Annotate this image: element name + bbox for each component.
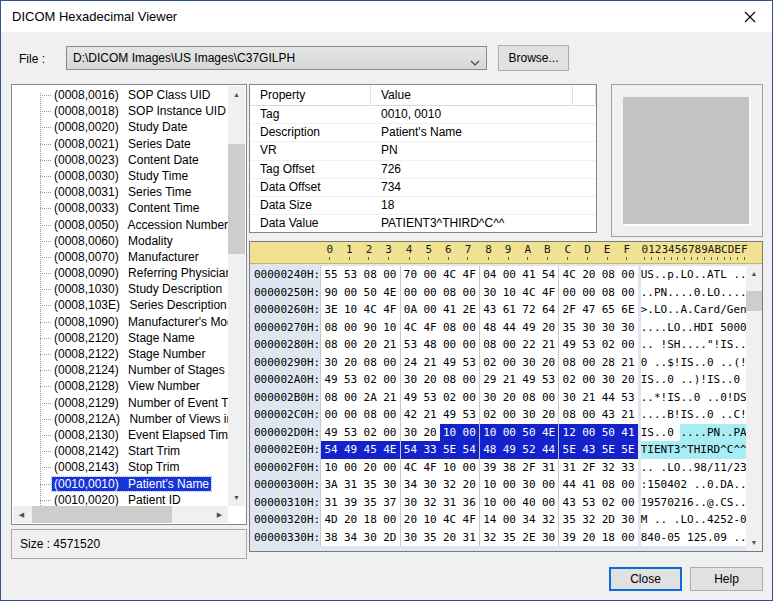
tree-item[interactable]: (0008,2124) Number of Stages xyxy=(12,362,228,378)
tree-item[interactable]: (0008,0020) Study Date xyxy=(12,119,228,135)
tree-item[interactable]: (0010,0020) Patient ID xyxy=(12,492,228,506)
hex-byte: 08 xyxy=(360,406,380,424)
close-button[interactable]: Close xyxy=(609,567,682,591)
hex-row[interactable]: 00000310H:313935373032313610004000435302… xyxy=(250,494,746,512)
ascii-char: ! xyxy=(661,336,668,354)
tree-item[interactable]: (0008,212A) Number of Views in S xyxy=(12,411,228,427)
hex-row[interactable]: 000002E0H:5449454E54335E54484952445E435E… xyxy=(250,441,746,459)
tree-item[interactable]: (0008,2142) Start Trim xyxy=(12,443,228,459)
tree-item[interactable]: (0010,0010) Patient's Name xyxy=(12,476,228,492)
ascii-char: 0 xyxy=(694,389,701,407)
tree-item[interactable]: (0008,0021) Series Date xyxy=(12,136,228,152)
tree-item[interactable]: (0008,0060) Modality xyxy=(12,233,228,249)
ascii-char xyxy=(714,354,721,372)
scroll-up-icon[interactable]: ▲ xyxy=(746,265,762,282)
hex-row[interactable]: 00000250H:9000504E0000080030104C4F000008… xyxy=(250,284,746,302)
hex-address: 000002F0H: xyxy=(250,459,320,477)
hex-row[interactable]: 00000270H:080090104C4F080048444920353030… xyxy=(250,319,746,337)
tree-item[interactable]: (0008,0018) SOP Instance UID xyxy=(12,103,228,119)
hex-byte: 20 xyxy=(360,459,380,477)
tree-item[interactable]: (0008,0030) Study Time xyxy=(12,168,228,184)
tree-item[interactable]: (0008,0031) Series Time xyxy=(12,184,228,200)
ascii-char: O xyxy=(714,284,721,302)
window-close-button[interactable] xyxy=(727,1,772,32)
hex-row[interactable]: 00000330H:3834302D3035203132352E30392018… xyxy=(250,529,746,547)
hex-byte: 39 xyxy=(480,459,500,477)
tree-item[interactable]: (0008,2120) Stage Name xyxy=(12,330,228,346)
hex-row[interactable]: 00000320H:4D20180020104C4F1400343235322D… xyxy=(250,511,746,529)
tree-item[interactable]: (0008,2129) Number of Event Time xyxy=(12,395,228,411)
scroll-down-icon[interactable]: ▼ xyxy=(746,534,762,551)
tree-item[interactable]: (0008,1090) Manufacturer's Mode xyxy=(12,314,228,330)
hex-byte: 18 xyxy=(599,529,619,547)
tree-item[interactable]: (0008,1030) Study Description xyxy=(12,281,228,297)
ascii-char: I xyxy=(680,406,687,424)
tree-item[interactable]: (0008,0033) Content Time xyxy=(12,200,228,216)
tree-item[interactable]: (0008,0070) Manufacturer xyxy=(12,249,228,265)
hex-byte: 20 xyxy=(401,511,421,529)
scroll-right-icon[interactable]: ▶ xyxy=(211,506,228,523)
tree-vscroll-thumb[interactable] xyxy=(228,144,245,254)
hex-row[interactable]: 000002C0H:000008004221495302003020080043… xyxy=(250,406,746,424)
file-path-combobox[interactable]: D:\DICOM Images\US Images\C37GILPH xyxy=(66,46,487,70)
hex-address: 00000290H: xyxy=(250,354,320,372)
dicom-hex-viewer-dialog: DICOM Hexadecimal Viewer File : D:\DICOM… xyxy=(0,0,773,601)
hex-row[interactable]: 000002A0H:495302003020080029214953020030… xyxy=(250,371,746,389)
tree-hscroll-thumb[interactable] xyxy=(32,506,172,523)
property-row[interactable]: Data ValuePATIENT3^THIRD^C^^ xyxy=(250,215,596,233)
property-row[interactable]: Data Offset734 xyxy=(250,179,596,197)
hex-row[interactable]: 00000260H:3E104C4F0A00412E436172642F4765… xyxy=(250,301,746,319)
browse-button[interactable]: Browse... xyxy=(498,45,569,71)
tree-horizontal-scrollbar[interactable]: ◀ ▶ xyxy=(13,506,228,523)
hex-row[interactable]: 000002F0H:100020004C4F100039382F31312F32… xyxy=(250,459,746,477)
hex-byte: 55 xyxy=(321,266,341,284)
ascii-char: 0 xyxy=(707,354,714,372)
hex-byte: 21 xyxy=(618,354,638,372)
title-bar: DICOM Hexadecimal Viewer xyxy=(1,1,772,32)
tree-item[interactable]: (0008,103E) Series Description xyxy=(12,297,228,313)
ascii-char: 2 xyxy=(733,459,740,477)
scroll-left-icon[interactable]: ◀ xyxy=(13,506,30,523)
hex-byte: 49 xyxy=(321,424,341,442)
tree-item[interactable]: (0008,0050) Accession Number xyxy=(12,217,228,233)
tree-item[interactable]: (0008,2143) Stop Trim xyxy=(12,459,228,475)
property-row[interactable]: Data Size18 xyxy=(250,197,596,215)
ascii-char: L xyxy=(667,319,674,337)
scroll-up-icon[interactable]: ▲ xyxy=(228,86,245,103)
property-row[interactable]: DescriptionPatient's Name xyxy=(250,124,596,142)
ascii-char: 0 xyxy=(661,476,668,494)
scroll-down-icon[interactable]: ▼ xyxy=(228,489,245,506)
hex-row[interactable]: 00000300H:3A3135303430322010003000444108… xyxy=(250,476,746,494)
ascii-char: . xyxy=(661,511,668,529)
tree-vertical-scrollbar[interactable]: ▲ ▼ xyxy=(228,86,245,506)
hex-row[interactable]: 00000280H:080020215348000008002221495302… xyxy=(250,336,746,354)
ascii-char xyxy=(680,529,687,547)
column-header-property[interactable]: Property xyxy=(250,85,371,105)
tree-item[interactable]: (0008,2128) View Number xyxy=(12,378,228,394)
tree-item[interactable]: (0008,2122) Stage Number xyxy=(12,346,228,362)
tree-item[interactable]: (0008,0016) SOP Class UID xyxy=(12,87,228,103)
hex-row[interactable]: 000002D0H:49530200302010001000504E120050… xyxy=(250,424,746,442)
tree-item[interactable]: (0008,0090) Referring Physician's xyxy=(12,265,228,281)
ascii-char: - xyxy=(661,529,668,547)
hex-row[interactable]: 000002B0H:08002A214953020030200800302144… xyxy=(250,389,746,407)
hex-vertical-scrollbar[interactable]: ▲ ▼ xyxy=(746,265,762,551)
property-table-header[interactable]: Property Value xyxy=(250,85,596,106)
help-button[interactable]: Help xyxy=(690,567,763,591)
hex-row[interactable]: 00000290H:302008002421495302003020080028… xyxy=(250,354,746,372)
ascii-char: 0 xyxy=(667,494,674,512)
hex-byte: 20 xyxy=(539,406,559,424)
property-row[interactable]: Tag0010, 0010 xyxy=(250,106,596,124)
hex-byte: 00 xyxy=(579,284,599,302)
property-row[interactable]: VRPN xyxy=(250,142,596,160)
hex-row[interactable]: 00000240H:5553080070004C4F040041544C2008… xyxy=(250,266,746,284)
hex-byte: 21 xyxy=(380,336,400,354)
hex-byte: 28 xyxy=(599,354,619,372)
hex-vscroll-thumb[interactable] xyxy=(746,291,762,311)
tree-item[interactable]: (0008,0023) Content Date xyxy=(12,152,228,168)
ascii-char: I xyxy=(700,441,707,459)
column-header-value[interactable]: Value xyxy=(371,85,573,105)
property-row[interactable]: Tag Offset726 xyxy=(250,161,596,179)
tree-item[interactable]: (0008,2130) Event Elapsed Time(s xyxy=(12,427,228,443)
ascii-char: 9 xyxy=(720,529,727,547)
